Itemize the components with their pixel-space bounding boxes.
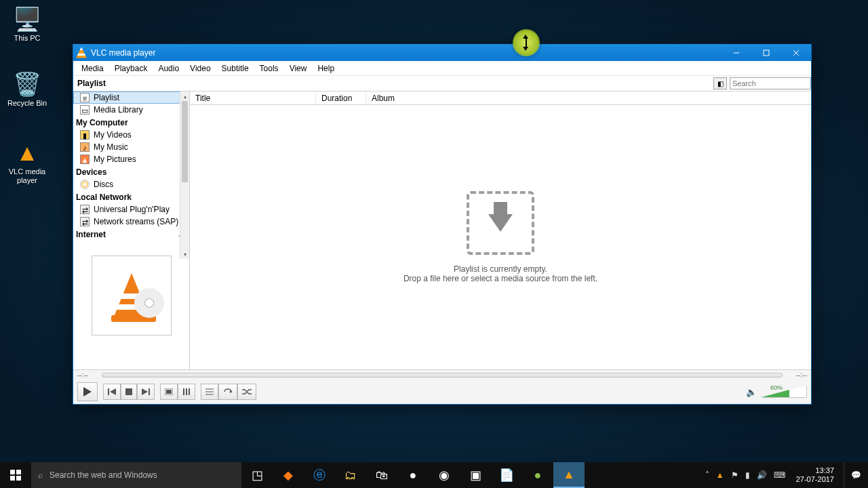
sidebar-item-label: My Videos [94, 130, 132, 140]
time-total: --:-- [787, 371, 807, 379]
vlc-cone-icon: ▲ [3, 140, 52, 166]
taskbar-explorer[interactable]: 🗂 [335, 462, 366, 488]
network-icon: ⇄ [80, 217, 90, 226]
titlebar[interactable]: VLC media player [73, 44, 811, 61]
view-toggle-button[interactable]: ◧ [713, 77, 727, 89]
action-center-button[interactable]: 💬 [844, 462, 868, 488]
taskbar-chrome[interactable]: ◉ [429, 462, 460, 488]
taskbar-app[interactable]: ▣ [460, 462, 491, 488]
play-button[interactable] [77, 382, 98, 401]
sidebar-group-internet[interactable]: Internet⌄ [73, 228, 189, 241]
close-button[interactable] [781, 44, 811, 61]
maximize-button[interactable] [751, 44, 781, 61]
volume-slider[interactable]: 60% [761, 386, 807, 398]
volume-percent: 60% [770, 384, 783, 391]
taskbar-app[interactable]: 📄 [491, 462, 522, 488]
tray-vlc-icon[interactable]: ▲ [716, 470, 724, 480]
start-button[interactable] [0, 462, 31, 488]
menu-audio[interactable]: Audio [153, 62, 184, 75]
stop-button[interactable] [121, 384, 137, 400]
next-button[interactable] [137, 384, 155, 400]
desktop-icon-label: VLC media player [9, 167, 45, 184]
taskbar-edge[interactable]: ⓔ [304, 462, 335, 488]
desktop-icon-label: Recycle Bin [7, 99, 47, 107]
sidebar-item-discs[interactable]: Discs [73, 178, 189, 190]
menu-subtitle[interactable]: Subtitle [216, 62, 254, 75]
video-icon: ▮ [80, 130, 90, 140]
sidebar-item-my-videos[interactable]: ▮My Videos [73, 129, 189, 141]
menu-help[interactable]: Help [312, 62, 340, 75]
desktop-icon-recycle-bin[interactable]: 🗑️ Recycle Bin [3, 70, 52, 108]
search-icon: ⌕ [38, 470, 43, 480]
column-title[interactable]: Title [190, 92, 316, 104]
fullscreen-button[interactable] [160, 384, 178, 400]
tray-chevron-up-icon[interactable]: ˄ [705, 470, 709, 480]
tray-network-icon[interactable]: ▮ [745, 470, 750, 480]
vlc-window: VLC media player Media Playback Audio Vi… [73, 44, 812, 405]
sidebar-scrollbar[interactable]: ▴ ▾ [180, 92, 189, 259]
sidebar-item-my-pictures[interactable]: ▲My Pictures [73, 153, 189, 165]
desktop-icon-this-pc[interactable]: 🖥️ This PC [3, 5, 52, 43]
scroll-down-icon[interactable]: ▾ [180, 249, 189, 259]
cursor-highlight [513, 29, 540, 56]
player-controls: --:-- --:-- 🔈 [73, 369, 811, 404]
taskbar-app[interactable]: ● [522, 462, 553, 488]
svg-rect-14 [189, 388, 190, 395]
shuffle-button[interactable] [237, 384, 256, 400]
svg-rect-9 [149, 388, 150, 395]
playlist-toggle-button[interactable] [201, 384, 218, 400]
clock-date: 27-07-2017 [796, 475, 834, 484]
menubar: Media Playback Audio Video Subtitle Tool… [73, 61, 811, 76]
previous-button[interactable] [103, 384, 121, 400]
upnp-icon: ⇄ [80, 205, 90, 214]
minimize-button[interactable] [722, 44, 751, 61]
seek-bar[interactable] [102, 373, 783, 378]
menu-playback[interactable]: Playback [109, 62, 153, 75]
mute-button[interactable]: 🔈 [746, 387, 757, 397]
menu-video[interactable]: Video [184, 62, 216, 75]
sidebar-item-label: Discs [94, 180, 113, 189]
dropzone-box-icon [467, 191, 534, 255]
search-input[interactable] [730, 77, 811, 89]
sidebar-item-my-music[interactable]: ♪My Music [73, 141, 189, 153]
sidebar-item-playlist[interactable]: ≡Playlist [73, 92, 189, 104]
tray-defender-icon[interactable]: ⚑ [731, 470, 738, 480]
svg-marker-6 [110, 388, 116, 395]
scroll-thumb[interactable] [182, 101, 188, 182]
svg-rect-20 [16, 470, 21, 474]
column-album[interactable]: Album [366, 92, 400, 104]
tray-volume-icon[interactable]: 🔊 [757, 470, 767, 480]
tray-input-icon[interactable]: ⌨ [774, 470, 785, 480]
vlc-cone-icon [111, 269, 152, 322]
svg-rect-21 [10, 476, 15, 481]
svg-rect-12 [183, 388, 184, 395]
sidebar-item-sap[interactable]: ⇄Network streams (SAP) [73, 216, 189, 228]
sidebar-item-upnp[interactable]: ⇄Universal Plug'n'Play [73, 203, 189, 216]
disc-icon [80, 180, 90, 189]
menu-tools[interactable]: Tools [254, 62, 284, 75]
menu-view[interactable]: View [284, 62, 313, 75]
time-elapsed: --:-- [77, 371, 98, 379]
task-view-button[interactable]: ◳ [241, 462, 273, 488]
loop-button[interactable] [218, 384, 237, 400]
sidebar-group-my-computer: My Computer [73, 116, 189, 129]
taskbar-app[interactable]: ◆ [273, 462, 304, 488]
svg-marker-4 [83, 387, 92, 396]
system-tray: ˄ ▲ ⚑ ▮ 🔊 ⌨ 13:37 27-07-2017 [700, 462, 844, 488]
extended-settings-button[interactable] [178, 384, 195, 400]
taskbar-app[interactable]: ● [397, 462, 429, 488]
album-art-preview [92, 256, 172, 336]
desktop-icon-label: This PC [14, 34, 40, 42]
sidebar-item-label: Network streams (SAP) [94, 217, 178, 226]
scroll-up-icon[interactable]: ▴ [180, 92, 189, 101]
desktop-icon-vlc[interactable]: ▲ VLC media player [3, 140, 52, 184]
taskbar-store[interactable]: 🛍 [366, 462, 397, 488]
playlist-area[interactable]: Title Duration Album Playlist is current… [190, 92, 811, 369]
taskbar-clock[interactable]: 13:37 27-07-2017 [792, 466, 838, 483]
column-duration[interactable]: Duration [316, 92, 366, 104]
playlist-dropzone[interactable]: Playlist is currently empty. Drop a file… [190, 105, 811, 369]
menu-media[interactable]: Media [76, 62, 109, 75]
taskbar-search[interactable]: ⌕ Search the web and Windows [31, 462, 241, 488]
sidebar-item-media-library[interactable]: ▭Media Library [73, 104, 189, 116]
taskbar-vlc[interactable]: ▲ [553, 462, 585, 488]
